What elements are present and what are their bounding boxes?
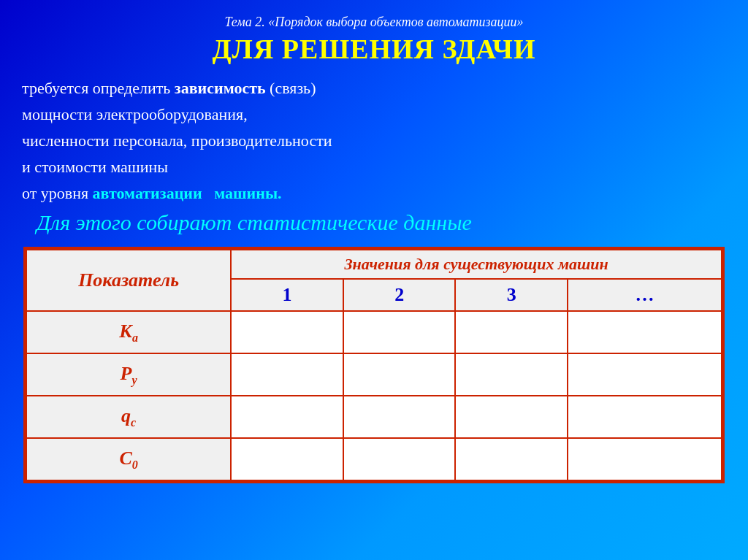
cell-qc-1 bbox=[231, 396, 343, 438]
cell-ry-dots bbox=[568, 353, 722, 396]
znacheniya-header: Значения для существующих машин bbox=[231, 250, 722, 279]
main-title: ДЛЯ РЕШЕНИЯ ЗДАЧИ bbox=[22, 33, 726, 65]
table-header-row-top: Показатель Значения для существующих маш… bbox=[26, 250, 722, 279]
cell-c0-2 bbox=[343, 438, 456, 480]
subtitle: Тема 2. «Порядок выбора объектов автомат… bbox=[22, 15, 726, 30]
cell-c0-1 bbox=[231, 438, 343, 480]
cell-ry-2 bbox=[343, 353, 456, 396]
cell-ka-2 bbox=[343, 311, 456, 353]
cell-c0-dots bbox=[568, 438, 722, 480]
body-line-5: от уровня автоматизации машины. bbox=[22, 182, 726, 205]
col-header-dots: … bbox=[568, 279, 722, 311]
cell-ka-1 bbox=[231, 311, 343, 353]
table-row-c0: С0 bbox=[26, 438, 722, 480]
table-row-ka: Ка bbox=[26, 311, 722, 353]
data-table-wrapper: Показатель Значения для существующих маш… bbox=[23, 247, 725, 483]
col-header-2: 2 bbox=[343, 279, 456, 311]
indicator-ka: Ка bbox=[26, 311, 231, 353]
cell-ry-3 bbox=[455, 353, 568, 396]
body-line-1: требуется определить зависимость (связь) bbox=[22, 77, 726, 100]
stat-text: Для этого собирают статистические данные bbox=[22, 210, 726, 235]
body-line-3: численности персонала, производительност… bbox=[22, 129, 726, 153]
pokazatel-header: Показатель bbox=[26, 250, 231, 311]
body-line-4: и стоимости машины bbox=[22, 156, 726, 179]
cell-ry-1 bbox=[231, 353, 343, 396]
indicator-qc: qс bbox=[26, 396, 231, 438]
cell-qc-dots bbox=[568, 396, 722, 438]
cell-c0-3 bbox=[455, 438, 568, 480]
data-table: Показатель Значения для существующих маш… bbox=[26, 249, 722, 481]
col-header-3: 3 bbox=[455, 279, 568, 311]
cell-qc-3 bbox=[455, 396, 568, 438]
cell-ka-3 bbox=[455, 311, 568, 353]
indicator-c0: С0 bbox=[26, 438, 231, 480]
body-line-2: мощности электрооборудования, bbox=[22, 103, 726, 126]
cell-qc-2 bbox=[343, 396, 456, 438]
indicator-ry: Ру bbox=[26, 353, 231, 396]
table-row-ry: Ру bbox=[26, 353, 722, 396]
table-row-qc: qс bbox=[26, 396, 722, 438]
col-header-1: 1 bbox=[231, 279, 343, 311]
cell-ka-dots bbox=[568, 311, 722, 353]
page-container: Тема 2. «Порядок выбора объектов автомат… bbox=[0, 0, 748, 560]
